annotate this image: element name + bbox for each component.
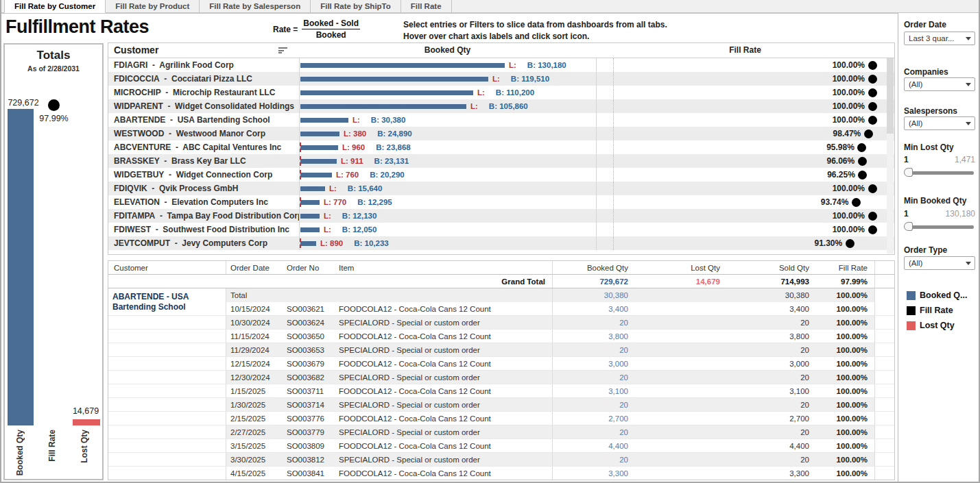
- chart-row-abartende[interactable]: ABARTENDE - USA Bartending SchoolL:B: 30…: [108, 113, 894, 127]
- totals-booked-bar[interactable]: [8, 109, 34, 425]
- legend-item-booked-q[interactable]: Booked Q...: [907, 288, 967, 303]
- booked-qty-bar[interactable]: [300, 90, 473, 95]
- sold-qty-cell[interactable]: 2,700: [727, 412, 816, 425]
- item-cell[interactable]: FOODCOLA12 - Coca-Cola Cans 12 Count: [335, 302, 553, 315]
- fill-rate-cell[interactable]: 100.00%: [816, 425, 875, 438]
- fill-rate-cell[interactable]: 95.98%: [596, 140, 894, 154]
- booked-qty-bar[interactable]: [300, 227, 320, 232]
- sold-qty-cell[interactable]: 3,400: [727, 302, 816, 315]
- sold-qty-cell[interactable]: 20: [727, 398, 816, 411]
- col-header-item[interactable]: Item: [335, 261, 553, 274]
- customer-label[interactable]: WIDPARENT - Widget Consolidated Holdings: [108, 99, 299, 113]
- booked-qty-cell[interactable]: L:B: 15,640: [299, 182, 596, 195]
- col-header-order-date[interactable]: Order Date: [226, 261, 283, 274]
- order-no-cell[interactable]: SO003621: [283, 302, 335, 315]
- chart-row-widgetbuy[interactable]: WIDGETBUY - Widget Connection CorpL: 760…: [108, 168, 894, 182]
- booked-qty-cell[interactable]: 3,400: [553, 302, 635, 315]
- customer-label[interactable]: WIDGETBUY - Widget Connection Corp: [108, 168, 299, 182]
- chart-row-widparent[interactable]: WIDPARENT - Widget Consolidated Holdings…: [108, 99, 894, 113]
- order-no-cell[interactable]: SO003812: [283, 453, 335, 466]
- fill-rate-dot[interactable]: [868, 102, 877, 111]
- grand-total-row[interactable]: Grand Total 729,672 14,679 714,993 97.99…: [108, 275, 894, 288]
- chart-row-elevation[interactable]: ELEVATION - Elevation Computers IncL: 77…: [108, 195, 894, 209]
- booked-qty-cell[interactable]: 3,000: [553, 357, 635, 370]
- order-no-cell[interactable]: SO003679: [283, 357, 335, 370]
- customer-label[interactable]: WESTWOOD - Westwood Manor Corp: [108, 127, 299, 140]
- item-cell[interactable]: FOODCOLA12 - Coca-Cola Cans 12 Count: [335, 439, 553, 452]
- lost-qty-cell[interactable]: [635, 371, 727, 384]
- booked-qty-cell[interactable]: 3,800: [553, 330, 635, 343]
- col-header-order-no[interactable]: Order No: [283, 261, 335, 274]
- lost-qty-cell[interactable]: [635, 384, 727, 397]
- fill-rate-cell[interactable]: 100.00%: [596, 72, 894, 86]
- chart-row-jevtcomput[interactable]: JEVTCOMPUT - Jevy Computers CorpL: 890B:…: [108, 236, 894, 250]
- lost-qty-cell[interactable]: [635, 467, 727, 480]
- order-row[interactable]: 1/30/2025SO003714SPECIALORD - Special or…: [108, 398, 894, 412]
- order-row[interactable]: 2/27/2025SO003779SPECIALORD - Special or…: [108, 425, 894, 439]
- col-header-fill-rate[interactable]: Fill Rate: [816, 261, 875, 274]
- fill-rate-dot[interactable]: [868, 116, 877, 125]
- order-row[interactable]: 11/15/2024SO003650FOODCOLA12 - Coca-Cola…: [108, 330, 894, 343]
- booked-qty-cell[interactable]: L: 760B: 20,290: [299, 168, 596, 182]
- fill-rate-cell[interactable]: 96.25%: [596, 168, 894, 182]
- min-lost-qty-slider-handle[interactable]: [904, 168, 913, 177]
- booked-qty-cell[interactable]: L:B: 105,860: [299, 99, 596, 113]
- booked-qty-bar[interactable]: [300, 104, 466, 109]
- fill-rate-dot[interactable]: [858, 171, 867, 179]
- order-date-cell[interactable]: 1/15/2025: [226, 384, 283, 397]
- lost-qty-cell[interactable]: [635, 316, 727, 329]
- booked-qty-cell[interactable]: L:B: 12,050: [299, 223, 596, 236]
- chart-scrollbar-thumb[interactable]: [887, 58, 894, 134]
- col-header-lost-qty[interactable]: Lost Qty: [635, 261, 727, 274]
- booked-qty-cell[interactable]: L: 911B: 23,131: [299, 154, 596, 168]
- order-row[interactable]: 1/15/2025SO003711FOODCOLA12 - Coca-Cola …: [108, 384, 894, 398]
- min-lost-qty-slider[interactable]: [905, 168, 974, 177]
- order-type-dropdown[interactable]: (All): [904, 256, 975, 270]
- booked-qty-cell[interactable]: 20: [553, 398, 635, 411]
- chart-fill-rate-header[interactable]: Fill Rate: [596, 43, 894, 58]
- item-cell[interactable]: SPECIALORD - Special or custom order: [335, 453, 553, 466]
- chart-scrollbar[interactable]: [887, 58, 894, 253]
- sold-qty-cell[interactable]: 20: [727, 316, 816, 329]
- chart-row-abcventure[interactable]: ABCVENTURE - ABC Capital Ventures IncL: …: [108, 140, 894, 154]
- col-header-sold-qty[interactable]: Sold Qty: [727, 261, 816, 274]
- fill-rate-cell[interactable]: 100.00%: [596, 209, 894, 223]
- lost-qty-cell[interactable]: [635, 453, 727, 466]
- fill-rate-cell[interactable]: 100.00%: [816, 398, 875, 411]
- fill-rate-dot[interactable]: [868, 61, 877, 70]
- booked-qty-cell[interactable]: 20: [553, 343, 635, 356]
- fill-rate-cell[interactable]: 100.00%: [816, 302, 875, 315]
- order-row[interactable]: 3/15/2025SO003809FOODCOLA12 - Coca-Cola …: [108, 439, 894, 453]
- booked-qty-cell[interactable]: 20: [553, 371, 635, 384]
- fill-rate-cell[interactable]: 100.00%: [596, 182, 894, 195]
- lost-qty-cell[interactable]: [635, 398, 727, 411]
- order-row[interactable]: 12/30/2024SO003682SPECIALORD - Special o…: [108, 371, 894, 384]
- order-date-dropdown[interactable]: Last 3 quar...: [904, 32, 975, 45]
- fill-rate-cell[interactable]: 96.06%: [596, 154, 894, 168]
- lost-qty-cell[interactable]: [635, 439, 727, 452]
- order-date-cell[interactable]: 2/15/2025: [226, 412, 283, 425]
- fill-rate-cell[interactable]: 100.00%: [816, 343, 875, 356]
- order-row[interactable]: 10/30/2024SO003624SPECIALORD - Special o…: [108, 316, 894, 330]
- fill-rate-cell[interactable]: 100.00%: [816, 371, 875, 384]
- lost-qty-cell[interactable]: [635, 425, 727, 438]
- sold-qty-cell[interactable]: 20: [727, 343, 816, 356]
- item-cell[interactable]: SPECIALORD - Special or custom order: [335, 316, 553, 329]
- sold-qty-cell[interactable]: 3,000: [727, 357, 816, 370]
- chart-row-brasskey[interactable]: BRASSKEY - Brass Key Bar LLCL: 911B: 23,…: [108, 154, 894, 168]
- sort-icon[interactable]: [278, 47, 288, 54]
- order-row[interactable]: 4/15/2025SO003841FOODCOLA12 - Coca-Cola …: [108, 467, 894, 480]
- lost-qty-cell[interactable]: [635, 343, 727, 356]
- fill-rate-dot[interactable]: [852, 198, 861, 207]
- fill-rate-dot[interactable]: [868, 212, 877, 221]
- customer-label[interactable]: ABCVENTURE - ABC Capital Ventures Inc: [108, 140, 299, 154]
- booked-qty-cell[interactable]: L:B: 119,510: [299, 72, 596, 86]
- sold-qty-cell[interactable]: 20: [727, 371, 816, 384]
- booked-qty-cell[interactable]: L:B: 110,200: [299, 86, 596, 99]
- booked-qty-bar[interactable]: [300, 132, 339, 136]
- order-row[interactable]: 10/15/2024SO003621FOODCOLA12 - Coca-Cola…: [108, 302, 894, 316]
- booked-qty-bar[interactable]: [300, 241, 316, 246]
- chart-row-microchip[interactable]: MICROCHIP - Microchip Restaurant LLCL:B:…: [108, 86, 894, 99]
- item-cell[interactable]: FOODCOLA12 - Coca-Cola Cans 12 Count: [335, 384, 553, 397]
- fill-rate-cell[interactable]: 100.00%: [816, 384, 875, 397]
